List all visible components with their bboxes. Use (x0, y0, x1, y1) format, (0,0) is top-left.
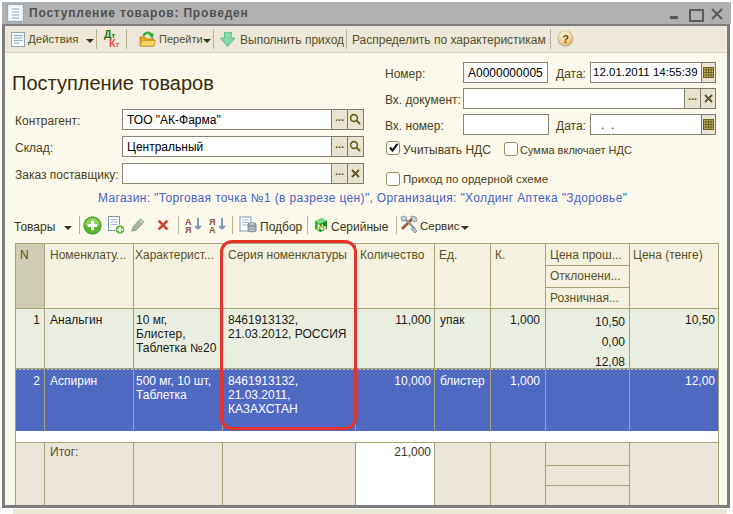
svg-text:А: А (209, 225, 216, 234)
svg-text:№: № (317, 222, 327, 232)
svg-text:?: ? (562, 33, 569, 45)
svg-text:Я: Я (185, 225, 191, 234)
